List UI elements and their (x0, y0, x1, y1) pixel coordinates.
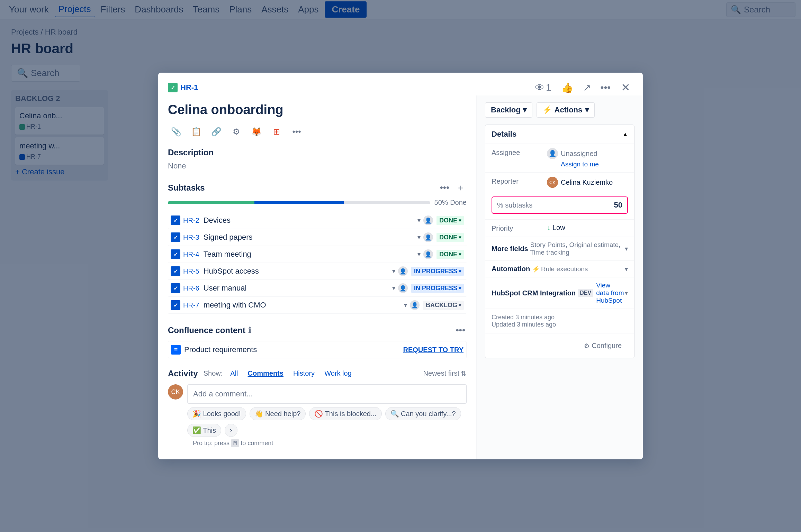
confluence-more-button[interactable]: ••• (454, 323, 467, 337)
description-label: Description (168, 148, 467, 157)
sort-button[interactable]: Newest first ⇅ (423, 369, 467, 378)
chevron-down-icon: ▾ (392, 284, 395, 292)
actions-button[interactable]: ⚡ Actions ▾ (537, 102, 595, 118)
more-fields-sub: Story Points, Original estimate, Time tr… (530, 241, 625, 256)
close-modal-button[interactable]: ✕ (618, 80, 633, 95)
watch-button[interactable]: 👁 1 (533, 81, 554, 95)
filter-history-button[interactable]: History (291, 368, 317, 379)
subtasks-list: ✓ HR-2 Devices ▾ 👤 DONE ▾ ✓ HR-3 Signed … (168, 212, 467, 314)
backlog-label: Backlog (491, 106, 521, 114)
chevron-up-icon: ▲ (622, 131, 628, 137)
status-label: DONE (439, 234, 457, 241)
subtask-name: Team meeting (204, 250, 417, 259)
suggestion-chip[interactable]: 👋 Need help? (250, 407, 306, 420)
comment-suggestions: 🎉 Looks good! 👋 Need help? 🚫 This is blo… (187, 407, 467, 437)
hubspot-row[interactable]: HubSpot CRM Integration DEV View data fr… (485, 277, 634, 309)
subtask-id: HR-5 (183, 267, 199, 275)
subtasks-add-button[interactable]: ＋ (455, 180, 467, 195)
eye-icon: 👁 (535, 82, 544, 93)
link-button[interactable]: 🔗 (208, 124, 225, 139)
updated-timestamp: Updated 3 minutes ago (492, 321, 628, 328)
reporter-row: Reporter CK Celina Kuziemko (485, 173, 634, 192)
comment-input[interactable]: Add a comment... (187, 384, 467, 404)
share-button[interactable]: ↗ (581, 81, 593, 95)
suggestion-chip[interactable]: 🚫 This is blocked... (309, 407, 381, 420)
apps-button[interactable]: ⚙ (228, 124, 245, 139)
subtasks-more-button[interactable]: ••• (439, 181, 451, 194)
created-timestamp: Created 3 minutes ago (492, 314, 628, 321)
subtask-name: Devices (204, 216, 417, 225)
more-options-button[interactable]: ••• (598, 81, 613, 94)
subtask-row[interactable]: ✓ HR-3 Signed papers ▾ 👤 DONE ▾ (168, 229, 467, 246)
status-chevron-icon: ▾ (459, 268, 461, 274)
subtask-row[interactable]: ✓ HR-2 Devices ▾ 👤 DONE ▾ (168, 212, 467, 229)
subtask-avatar: 👤 (410, 300, 420, 310)
more-fields-row[interactable]: More fields Story Points, Original estim… (485, 237, 634, 261)
status-label: DONE (439, 217, 457, 224)
subtasks-percent-value: 50 (614, 201, 622, 210)
status-badge[interactable]: IN PROGRESS ▾ (411, 267, 464, 276)
progress-label: 50% Done (434, 199, 467, 207)
subtask-type-icon: ✓ (171, 300, 180, 310)
assignee-text: Unassigned (561, 150, 597, 158)
assignee-row: Assignee 👤 Unassigned Assign to me (485, 144, 634, 173)
subtasks-actions: ••• ＋ (439, 180, 467, 195)
details-header[interactable]: Details ▲ (485, 125, 634, 144)
activity-title: Activity (168, 369, 198, 378)
subtask-id: HR-4 (183, 250, 199, 258)
priority-row: Priority ↓ Low (485, 220, 634, 237)
like-button[interactable]: 👍 (559, 81, 575, 95)
filter-all-button[interactable]: All (228, 368, 240, 379)
modal-header: ✓ HR-1 👁 1 👍 ↗ ••• ✕ (158, 73, 643, 95)
status-badge[interactable]: BACKLOG ▾ (423, 301, 464, 310)
status-badge[interactable]: DONE ▾ (436, 233, 464, 242)
status-badge[interactable]: DONE ▾ (436, 216, 464, 225)
child-issue-button[interactable]: 📋 (188, 124, 205, 139)
unassigned-avatar: 👤 (547, 148, 558, 159)
filter-comments-button[interactable]: Comments (246, 368, 286, 379)
filter-worklog-button[interactable]: Work log (322, 368, 354, 379)
subtask-avatar: 👤 (423, 215, 433, 225)
gitlab-button[interactable]: 🦊 (248, 124, 265, 139)
status-badge[interactable]: IN PROGRESS ▾ (411, 284, 464, 293)
suggestion-chip[interactable]: 🔍 Can you clarify...? (385, 407, 461, 420)
attachment-button[interactable]: 📎 (168, 124, 184, 139)
subtask-row[interactable]: ✓ HR-5 HubSpot access ▾ 👤 IN PROGRESS ▾ (168, 263, 467, 280)
issue-title[interactable]: Celina onboarding (168, 102, 467, 117)
spreadsheet-button[interactable]: ⊞ (268, 124, 285, 139)
chevron-down-icon: ▾ (417, 233, 421, 241)
subtask-name: User manual (204, 284, 392, 293)
confluence-title-row: Confluence content ℹ (168, 325, 251, 335)
more-fields-label: More fields (492, 245, 528, 253)
hubspot-view-link[interactable]: View data from HubSpot (596, 282, 625, 304)
configure-row[interactable]: ⚙ Configure (578, 338, 628, 354)
subtasks-percent-row: % subtasks 50 (485, 192, 634, 220)
svg-text:CK: CK (171, 388, 180, 395)
progress-bar-container: 50% Done (168, 199, 467, 207)
subtask-name: Signed papers (204, 233, 417, 242)
suggestion-chip[interactable]: ✅ This (187, 424, 221, 437)
more-toolbar-button[interactable]: ••• (288, 124, 305, 139)
assignee-value: 👤 Unassigned Assign to me (547, 148, 628, 168)
subtask-row[interactable]: ✓ HR-4 Team meeting ▾ 👤 DONE ▾ (168, 246, 467, 263)
backlog-status-button[interactable]: Backlog ▾ (485, 102, 532, 118)
watch-count: 1 (546, 82, 551, 93)
gear-icon: ⚙ (584, 342, 590, 350)
priority-info: ↓ Low (547, 224, 628, 232)
subtask-row[interactable]: ✓ HR-7 meeting with CMO ▾ 👤 BACKLOG ▾ (168, 297, 467, 314)
subtask-row[interactable]: ✓ HR-6 User manual ▾ 👤 IN PROGRESS ▾ (168, 280, 467, 297)
automation-lightning-icon: ⚡ (532, 265, 540, 273)
reporter-name: Celina Kuziemko (561, 178, 613, 186)
subtask-id: HR-3 (183, 233, 199, 241)
status-label: IN PROGRESS (414, 268, 457, 275)
status-badge[interactable]: DONE ▾ (436, 250, 464, 259)
request-to-try-button[interactable]: REQUEST TO TRY (403, 346, 464, 354)
chevron-down-icon: ▾ (417, 217, 421, 224)
automation-row[interactable]: Automation ⚡ Rule executions ▾ (485, 261, 634, 277)
confluence-row[interactable]: ≡ Product requirements REQUEST TO TRY (168, 341, 467, 358)
more-suggestions-chip[interactable]: › (225, 424, 237, 437)
suggestion-chip[interactable]: 🎉 Looks good! (187, 407, 246, 420)
assign-to-me-link[interactable]: Assign to me (561, 160, 628, 168)
configure-label: Configure (592, 342, 622, 350)
info-icon[interactable]: ℹ (248, 326, 251, 335)
